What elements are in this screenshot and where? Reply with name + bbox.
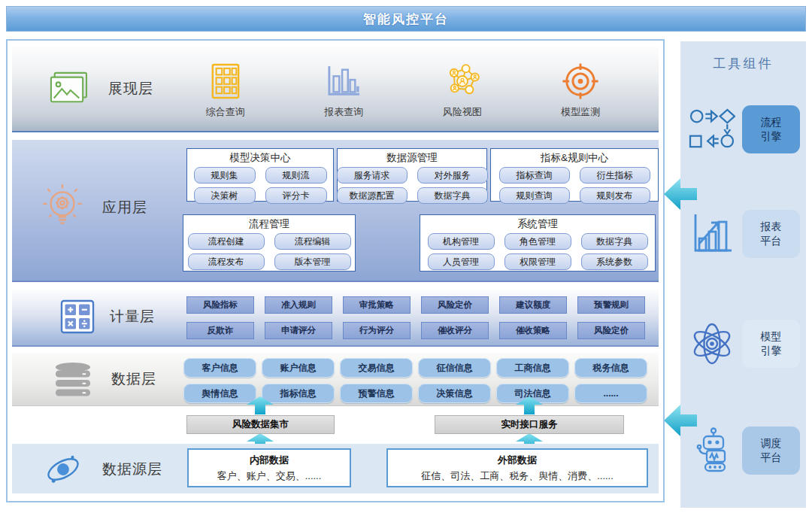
data-chip: 税务信息 bbox=[574, 358, 647, 378]
presentation-layer-band: 展现层 综合查询 bbox=[12, 47, 659, 132]
data-chip: 客户信息 bbox=[183, 358, 256, 378]
architecture-panel: 展现层 综合查询 bbox=[6, 39, 665, 502]
target-monitor-icon bbox=[562, 62, 599, 101]
app-button: 流程编辑 bbox=[274, 233, 351, 250]
app-button: 机构管理 bbox=[428, 233, 495, 250]
toolbox-card-process-engine: 流程引擎 bbox=[742, 105, 800, 153]
presentation-item-label: 综合查询 bbox=[206, 105, 245, 119]
app-button: 权限管理 bbox=[504, 253, 571, 270]
app-button: 流程创建 bbox=[188, 233, 265, 250]
toolbox-card-label: 流程引擎 bbox=[759, 115, 783, 144]
measure-chip: 行为评分 bbox=[343, 322, 411, 339]
risk-data-mart-bar: 风险数据集市 bbox=[186, 415, 335, 434]
internal-data-desc: 客户、账户、交易、...... bbox=[217, 469, 322, 483]
app-button: 指标查询 bbox=[499, 167, 570, 184]
application-layer-head: 应用层 bbox=[41, 182, 147, 233]
up-arrow-icon bbox=[247, 396, 274, 414]
platform-title-banner: 智能风控平台 bbox=[6, 6, 806, 32]
app-button: 衍生指标 bbox=[580, 167, 650, 184]
group-title: 数据源管理 bbox=[338, 151, 486, 165]
datasource-layer-label: 数据源层 bbox=[102, 460, 162, 479]
presentation-items: 综合查询 报表查询 bbox=[166, 62, 640, 119]
grid-query-icon bbox=[211, 62, 241, 101]
app-button: 数据字典 bbox=[581, 233, 648, 250]
app-button: 角色管理 bbox=[504, 233, 571, 250]
app-button: 评分卡 bbox=[265, 187, 327, 204]
data-layer-label: 数据层 bbox=[111, 369, 156, 389]
presentation-item-label: 风险视图 bbox=[443, 105, 482, 119]
measurement-chips: 风险指标 准入规则 审批策略 风险定价 建议额度 预警规则 反欺诈 申请评分 行… bbox=[186, 296, 645, 339]
data-chip: 预警信息 bbox=[340, 384, 413, 403]
left-arrow-icon bbox=[664, 172, 697, 216]
external-data-desc: 征信、司法、工商、税务、舆情、消费、...... bbox=[421, 469, 614, 483]
up-arrow-icon bbox=[516, 396, 543, 414]
presentation-item: 报表查询 bbox=[324, 62, 363, 119]
application-layer-band: 应用层 模型决策中心 规则集 规则流 决策树 评分卡 数据源管理 服务请求 对外… bbox=[12, 140, 659, 282]
toolbox-sidebar: 工具组件 流程引擎 报表平台 bbox=[680, 41, 806, 508]
app-group-process-mgmt: 流程管理 流程创建 流程编辑 流程发布 版本管理 bbox=[183, 214, 356, 272]
bulb-gear-icon bbox=[41, 182, 84, 233]
group-title: 模型决策中心 bbox=[187, 151, 333, 165]
report-chart-icon bbox=[688, 210, 736, 258]
internal-data-box: 内部数据 客户、账户、交易、...... bbox=[187, 448, 351, 487]
data-chip: 工商信息 bbox=[496, 358, 569, 378]
measurement-layer-band: 计量层 风险指标 准入规则 审批策略 风险定价 建议额度 预警规则 反欺诈 申请… bbox=[12, 290, 659, 347]
calculator-icon bbox=[60, 299, 95, 334]
toolbox-card-label: 报表平台 bbox=[759, 220, 783, 248]
data-chip: 交易信息 bbox=[340, 358, 413, 378]
data-chip: 舆情信息 bbox=[183, 384, 256, 403]
toolbox-card-label: 模型引擎 bbox=[759, 329, 783, 358]
platform-title: 智能风控平台 bbox=[363, 11, 449, 28]
risk-network-icon bbox=[443, 62, 482, 101]
app-group-indicator-rule-center: 指标&规则中心 指标查询 衍生指标 规则查询 规则发布 bbox=[490, 148, 659, 202]
measure-chip: 风险指标 bbox=[186, 296, 254, 314]
app-group-model-decision: 模型决策中心 规则集 规则流 决策树 评分卡 bbox=[186, 148, 334, 202]
left-arrow-icon bbox=[664, 399, 697, 442]
measure-chip: 风险定价 bbox=[577, 322, 645, 339]
data-chip: ...... bbox=[574, 384, 647, 403]
internal-data-title: 内部数据 bbox=[250, 454, 289, 467]
app-button: 对外服务 bbox=[417, 167, 488, 184]
app-button: 人员管理 bbox=[428, 253, 495, 270]
realtime-interface-bar: 实时接口服务 bbox=[435, 415, 624, 434]
presentation-item: 综合查询 bbox=[206, 62, 245, 119]
app-button: 规则集 bbox=[194, 167, 256, 184]
measure-chip: 审批策略 bbox=[343, 296, 411, 314]
data-chip: 账户信息 bbox=[262, 358, 335, 378]
external-data-box: 外部数据 征信、司法、工商、税务、舆情、消费、...... bbox=[386, 448, 648, 487]
photo-stack-icon bbox=[47, 71, 89, 107]
app-button: 规则流 bbox=[265, 167, 327, 184]
app-button: 服务请求 bbox=[337, 167, 408, 184]
database-icon bbox=[53, 361, 93, 397]
toolbox-card-report-platform: 报表平台 bbox=[742, 210, 800, 258]
presentation-item: 模型监测 bbox=[561, 62, 600, 119]
presentation-layer-label: 展现层 bbox=[108, 79, 153, 99]
app-button: 版本管理 bbox=[274, 253, 351, 270]
measurement-layer-head: 计量层 bbox=[60, 299, 155, 334]
measure-chip: 预警规则 bbox=[577, 296, 645, 314]
presentation-layer-head: 展现层 bbox=[47, 71, 153, 107]
data-chip: 征信信息 bbox=[418, 358, 491, 378]
app-button: 系统参数 bbox=[581, 253, 648, 270]
measure-chip: 催收策略 bbox=[499, 322, 567, 339]
measure-chip: 申请评分 bbox=[265, 322, 332, 339]
measure-chip: 反欺诈 bbox=[186, 322, 254, 339]
presentation-item: 风险视图 bbox=[443, 62, 482, 119]
measure-chip: 准入规则 bbox=[265, 296, 332, 314]
app-group-datasource-mgmt: 数据源管理 服务请求 对外服务 数据源配置 数据字典 bbox=[337, 148, 487, 202]
datasource-layer-head: 数据源层 bbox=[44, 450, 162, 489]
atom-icon bbox=[688, 320, 736, 368]
bar-report-icon bbox=[326, 62, 362, 101]
galaxy-icon bbox=[44, 450, 83, 489]
measure-chip: 催收评分 bbox=[421, 322, 489, 339]
toolbox-card-model-engine: 模型引擎 bbox=[742, 320, 800, 368]
toolbox-title: 工具组件 bbox=[680, 55, 806, 72]
app-group-system-mgmt: 系统管理 机构管理 角色管理 数据字典 人员管理 权限管理 系统参数 bbox=[420, 214, 656, 272]
external-data-title: 外部数据 bbox=[498, 454, 537, 467]
data-chip: 决策信息 bbox=[418, 384, 491, 403]
data-layer-band: 数据层 客户信息 账户信息 交易信息 征信信息 工商信息 税务信息 舆情信息 指… bbox=[12, 353, 659, 406]
flowchart-icon bbox=[688, 105, 736, 153]
group-title: 流程管理 bbox=[183, 217, 355, 231]
group-title: 指标&规则中心 bbox=[491, 151, 658, 165]
datasource-layer-band: 数据源层 内部数据 客户、账户、交易、...... 外部数据 征信、司法、工商、… bbox=[12, 444, 659, 493]
